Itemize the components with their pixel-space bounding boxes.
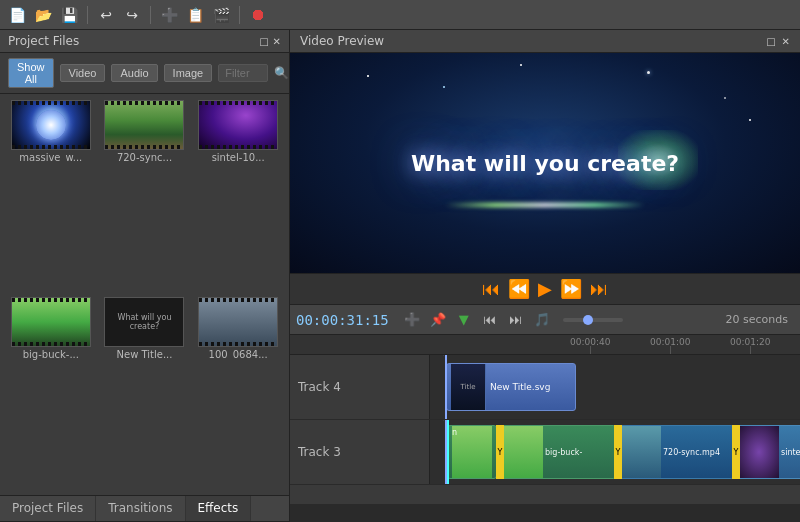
save-icon[interactable]: 💾 (58, 4, 80, 26)
file-100-0684-label: 100_0684... (209, 349, 268, 360)
filter-row: Show All Video Audio Image 🔍 (0, 53, 289, 94)
clip-720-sync[interactable]: 720-sync.mp4 (616, 425, 734, 479)
play-button[interactable]: ▶ (538, 280, 552, 298)
image-filter-button[interactable]: Image (164, 64, 213, 82)
tl-next-icon[interactable]: ⏭ (505, 309, 527, 331)
playhead-track3 (445, 420, 447, 484)
tl-zoom-label: 20 seconds (726, 313, 788, 326)
cyan-marker (447, 420, 449, 484)
timeline-toolbar: 00:00:31:15 ➕ 📌 ▼ ⏮ ⏭ 🎵 20 seconds (290, 305, 800, 335)
vp-minmax-icon[interactable]: □ (766, 36, 775, 47)
show-all-button[interactable]: Show All (8, 58, 54, 88)
video-filter-button[interactable]: Video (60, 64, 106, 82)
rewind-button[interactable]: ⏪ (508, 280, 530, 298)
thumb-100-0684 (198, 297, 278, 347)
file-new-title-label: New Title... (117, 349, 173, 360)
clip-720-thumb (621, 426, 661, 478)
star-5 (443, 86, 445, 88)
track-4-content[interactable]: Title New Title.svg (430, 355, 800, 419)
y-marker-1: Y (496, 425, 504, 479)
timeline-time: 00:00:31:15 (296, 312, 389, 328)
tab-transitions[interactable]: Transitions (96, 496, 185, 521)
tl-prev-icon[interactable]: ⏮ (479, 309, 501, 331)
tl-add-icon[interactable]: ➕ (401, 309, 423, 331)
star-4 (520, 64, 522, 66)
pf-close-icon[interactable]: ✕ (273, 36, 281, 47)
clip-big-buck[interactable]: big-buck- (498, 425, 616, 479)
pf-minmax-icon[interactable]: □ (259, 36, 268, 47)
right-panel: Video Preview □ ✕ What will you crea (290, 30, 800, 522)
timeline: 00:00:31:15 ➕ 📌 ▼ ⏮ ⏭ 🎵 20 seconds 00:00… (290, 304, 800, 504)
star-3 (724, 97, 726, 99)
go-start-button[interactable]: ⏮ (482, 280, 500, 298)
go-end-button[interactable]: ⏭ (590, 280, 608, 298)
toolbar-sep-1 (87, 6, 88, 24)
track-4-name: Track 4 (298, 380, 341, 394)
tl-filter-icon[interactable]: ▼ (453, 309, 475, 331)
thumb-massive-w (11, 100, 91, 150)
clip-buck-small[interactable]: n (447, 425, 497, 479)
clip-720-label: 720-sync.mp4 (663, 448, 720, 457)
playback-controls: ⏮ ⏪ ▶ ⏩ ⏭ (290, 273, 800, 304)
playhead-track4 (445, 355, 447, 419)
tl-clip-icon[interactable]: 📌 (427, 309, 449, 331)
star-1 (367, 75, 369, 77)
clip-sintel[interactable]: sintel-1024-surround.mp4 (734, 425, 800, 479)
undo-icon[interactable]: ↩ (95, 4, 117, 26)
clip-title-thumb: Title (451, 364, 486, 410)
clip-buck-small-thumb (452, 426, 492, 478)
clip-sintel-label: sintel-1024-surround.mp4 (781, 448, 800, 457)
record-icon[interactable]: ⏺ (247, 4, 269, 26)
track-3-name: Track 3 (298, 445, 341, 459)
tl-audio-icon[interactable]: 🎵 (531, 309, 553, 331)
tab-effects[interactable]: Effects (186, 496, 252, 521)
y-marker-2: Y (614, 425, 622, 479)
filter-search-icon[interactable]: 🔍 (274, 66, 289, 80)
star-2 (647, 71, 650, 74)
clip-buck-small-label: n (452, 428, 457, 437)
video-preview-header: Video Preview □ ✕ (290, 30, 800, 53)
import-icon[interactable]: 📋 (184, 4, 206, 26)
thumb-big-buck (11, 297, 91, 347)
thumb-sintel (198, 100, 278, 150)
project-files-title: Project Files (8, 34, 79, 48)
bottom-tabs: Project Files Transitions Effects (0, 495, 289, 522)
clip-sintel-thumb (739, 426, 779, 478)
thumb-720-sync (104, 100, 184, 150)
video-canvas: What will you create? (290, 53, 800, 273)
track-3-content[interactable]: n big-buck- Y (430, 420, 800, 484)
clip-big-buck-thumb (503, 426, 543, 478)
audio-filter-button[interactable]: Audio (111, 64, 157, 82)
fast-forward-button[interactable]: ⏩ (560, 280, 582, 298)
filter-input[interactable] (218, 64, 268, 82)
tab-project-files[interactable]: Project Files (0, 496, 96, 521)
clip-big-buck-label: big-buck- (545, 448, 582, 457)
timeline-ruler: 00:00:40 00:01:00 00:01:20 00:01:40 00:0… (290, 335, 800, 355)
left-panel: Project Files □ ✕ Show All Video Audio I… (0, 30, 290, 522)
file-new-title[interactable]: What will you create? New Title... (100, 297, 190, 490)
project-files-grid: massive_w... 720-sync... sintel-10... (0, 94, 289, 495)
toolbar-sep-3 (239, 6, 240, 24)
tracks-container: Track 4 Title New Title.svg (290, 355, 800, 504)
new-icon[interactable]: 📄 (6, 4, 28, 26)
clip-new-title-svg[interactable]: Title New Title.svg (446, 363, 576, 411)
add-icon[interactable]: ➕ (158, 4, 180, 26)
file-720-sync[interactable]: 720-sync... (100, 100, 190, 293)
file-big-buck[interactable]: big-buck-... (6, 297, 96, 490)
video-preview-text: What will you create? (411, 151, 679, 176)
clip-title-label: New Title.svg (490, 382, 550, 392)
vp-close-icon[interactable]: ✕ (782, 36, 790, 47)
file-sintel[interactable]: sintel-10... (193, 100, 283, 293)
track-3-label: Track 3 (290, 420, 430, 484)
main-toolbar: 📄 📂 💾 ↩ ↪ ➕ 📋 🎬 ⏺ (0, 0, 800, 30)
file-100-0684[interactable]: 100_0684... (193, 297, 283, 490)
track-4-label: Track 4 (290, 355, 430, 419)
ruler-marks: 00:00:40 00:01:00 00:01:20 00:01:40 00:0… (570, 335, 800, 354)
open-icon[interactable]: 📂 (32, 4, 54, 26)
vp-icons: □ ✕ (766, 36, 790, 47)
redo-icon[interactable]: ↪ (121, 4, 143, 26)
tl-zoom-slider[interactable] (563, 318, 623, 322)
main-area: Project Files □ ✕ Show All Video Audio I… (0, 30, 800, 522)
file-massive-w[interactable]: massive_w... (6, 100, 96, 293)
export-icon[interactable]: 🎬 (210, 4, 232, 26)
